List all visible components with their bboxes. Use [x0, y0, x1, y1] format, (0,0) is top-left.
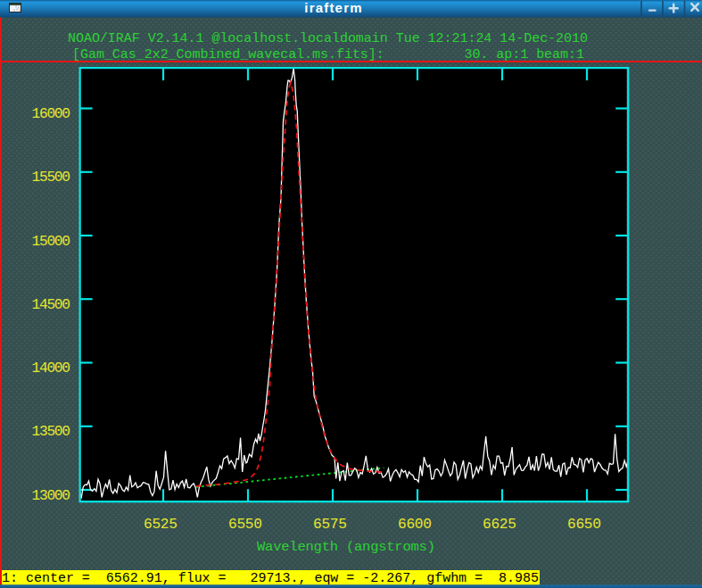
svg-text:13000: 13000	[32, 488, 71, 504]
svg-text:6525: 6525	[144, 517, 178, 533]
svg-text:14500: 14500	[32, 297, 71, 313]
svg-text:15000: 15000	[32, 234, 71, 250]
svg-text:6600: 6600	[398, 517, 432, 533]
svg-text:6575: 6575	[313, 517, 347, 533]
svg-text:6625: 6625	[483, 517, 516, 533]
svg-text:6650: 6650	[567, 517, 601, 533]
svg-text:Wavelength (angstroms): Wavelength (angstroms)	[257, 539, 435, 555]
svg-text:16000: 16000	[32, 106, 71, 122]
svg-text:14000: 14000	[32, 360, 71, 377]
svg-text:15500: 15500	[32, 170, 71, 186]
svg-text:[Gam_Cas_2x2_Combined_wavecal.: [Gam_Cas_2x2_Combined_wavecal.ms.fits]: …	[72, 47, 584, 62]
svg-text:13500: 13500	[32, 424, 71, 440]
svg-text:1: center = 6562.91, flux =: 1: center = 6562.91, flux = 29713., eqw …	[2, 571, 539, 586]
svg-text:6550: 6550	[228, 517, 262, 533]
svg-text:irafterm: irafterm	[304, 0, 362, 15]
svg-text:NOAO/IRAF V2.14.1 @localhost.l: NOAO/IRAF V2.14.1 @localhost.localdomain…	[68, 31, 588, 46]
